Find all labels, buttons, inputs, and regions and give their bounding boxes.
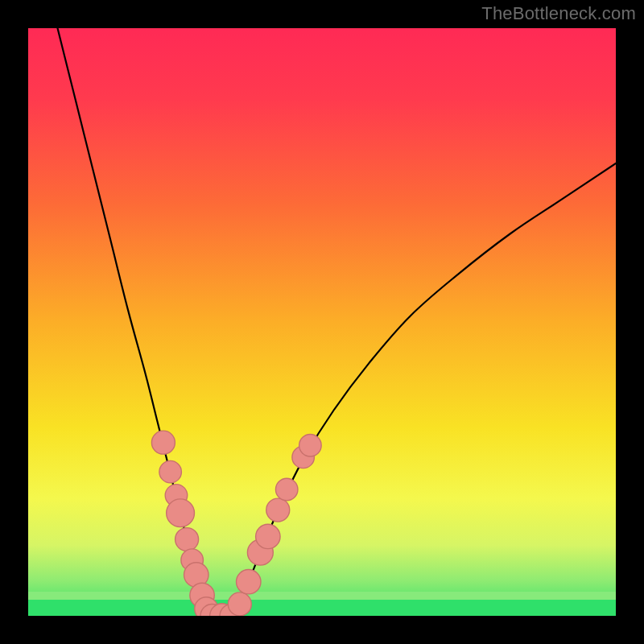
data-point bbox=[175, 528, 199, 551]
data-point bbox=[275, 478, 298, 501]
data-point bbox=[266, 498, 290, 522]
data-point bbox=[228, 592, 251, 616]
chart-svg bbox=[28, 28, 616, 616]
data-point bbox=[256, 524, 280, 548]
green-band-upper bbox=[28, 592, 616, 600]
data-point bbox=[237, 569, 261, 593]
green-band-lower bbox=[28, 600, 616, 616]
plot-area bbox=[28, 28, 616, 616]
data-point bbox=[159, 460, 182, 483]
gradient-background bbox=[28, 28, 616, 616]
data-point bbox=[167, 499, 195, 527]
data-point bbox=[151, 431, 175, 454]
chart-frame: TheBottleneck.com bbox=[0, 0, 644, 644]
data-point bbox=[299, 435, 322, 457]
watermark-label: TheBottleneck.com bbox=[481, 3, 636, 24]
